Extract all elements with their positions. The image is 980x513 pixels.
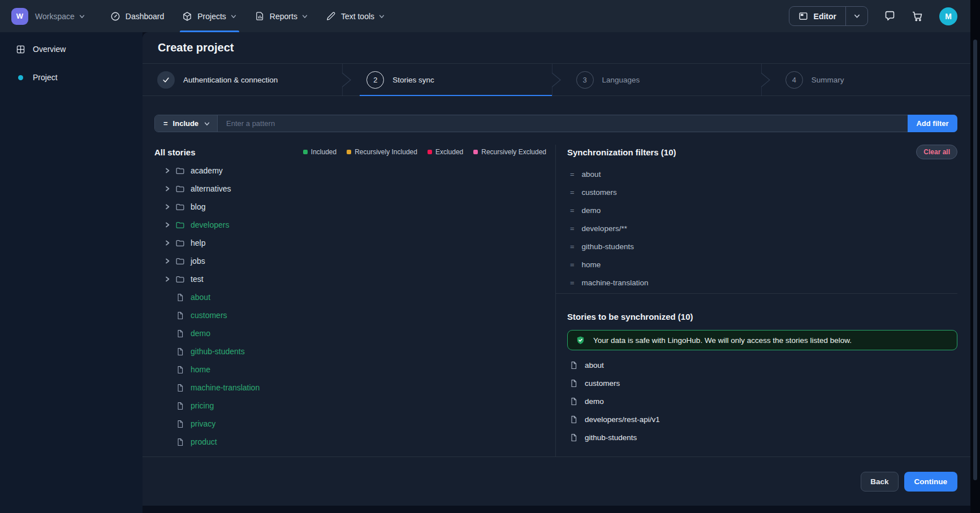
story-item-customers: customers [567, 374, 957, 392]
editor-dropdown-button[interactable] [846, 7, 867, 25]
filter-item-machine-translation[interactable]: =machine-translation [567, 273, 957, 287]
all-stories-header: All stories IncludedRecursively Included… [154, 145, 555, 159]
filter-item-customers[interactable]: =customers [567, 183, 957, 201]
nav-item-projects[interactable]: Projects [182, 0, 237, 32]
back-button[interactable]: Back [861, 472, 898, 492]
tree-item-product[interactable]: product [154, 433, 555, 447]
tree-item-developers[interactable]: developers [154, 216, 555, 234]
workspace-switcher[interactable]: W Workspace [11, 8, 85, 25]
step-label: Authentication & connection [183, 76, 278, 84]
filter-pattern: github-students [582, 242, 634, 251]
cart-icon [912, 10, 923, 22]
sidebar-item-label: Project [33, 73, 58, 82]
cart-button[interactable] [912, 10, 923, 22]
shield-check-icon [576, 336, 585, 345]
file-icon [569, 361, 578, 369]
operator-dropdown[interactable]: = Include [155, 115, 218, 132]
tree-item-label: help [191, 238, 205, 247]
editor-button[interactable]: Editor [789, 7, 846, 25]
story-name: github-students [585, 433, 637, 442]
chevron-right-icon [164, 167, 171, 174]
legend-item-excluded: Excluded [428, 148, 463, 156]
tree-item-pricing[interactable]: pricing [154, 397, 555, 415]
step-label: Stories sync [392, 76, 434, 84]
sync-filters-title: Synchronization filters (10) [567, 147, 676, 157]
legend-swatch [303, 150, 308, 154]
tree-item-home[interactable]: home [154, 360, 555, 379]
workspace-avatar: W [11, 8, 28, 25]
clear-all-button[interactable]: Clear all [916, 145, 957, 159]
equals-operator: = [570, 224, 575, 233]
legend-label: Included [311, 148, 336, 156]
tree-item-machine-translation[interactable]: machine-translation [154, 379, 555, 397]
check-circle-icon [157, 71, 175, 89]
sync-stories-title: Stories to be synchronized (10) [567, 312, 693, 321]
sidebar-item-project[interactable]: Project [0, 67, 143, 88]
nav-item-label: Dashboard [126, 12, 165, 21]
nav-item-text-tools[interactable]: Text tools [326, 0, 385, 32]
tree-item-test[interactable]: test [154, 270, 555, 288]
nav-item-reports[interactable]: Reports [255, 0, 308, 32]
tree-item-blog[interactable]: blog [154, 198, 555, 216]
chat-button[interactable] [884, 10, 896, 22]
filter-item-about[interactable]: =about [567, 165, 957, 183]
folder-icon [175, 202, 185, 212]
continue-button[interactable]: Continue [904, 472, 958, 492]
step-number: 2 [366, 71, 384, 89]
nav-item-dashboard[interactable]: Dashboard [110, 0, 165, 32]
tree-item-about[interactable]: about [154, 288, 555, 306]
tree-item-github-students[interactable]: github-students [154, 342, 555, 360]
story-item-demo: demo [567, 392, 957, 410]
folder-icon [175, 256, 185, 266]
pattern-input[interactable] [218, 115, 957, 132]
tree-item-jobs[interactable]: jobs [154, 252, 555, 270]
file-icon [175, 420, 185, 428]
data-safety-notice: Your data is safe with LingoHub. We will… [567, 330, 957, 350]
equals-operator: = [570, 188, 575, 197]
legend-swatch [428, 150, 432, 154]
file-icon [569, 397, 578, 406]
step-stories-sync[interactable]: 2Stories sync [352, 64, 551, 95]
tree-item-label: alternatives [191, 184, 231, 193]
tree-item-label: about [191, 293, 210, 302]
equals-operator: = [570, 170, 575, 179]
legend-label: Recursively Excluded [481, 148, 546, 156]
story-item-github-students: github-students [567, 428, 957, 446]
chevron-right-icon [164, 258, 171, 264]
file-icon [175, 366, 185, 374]
filter-pattern: developers/** [582, 224, 627, 233]
filter-item-demo[interactable]: =demo [567, 201, 957, 219]
sidebar-item-label: Overview [33, 45, 66, 54]
tree-item-customers[interactable]: customers [154, 306, 555, 324]
tree-item-label: machine-translation [191, 383, 260, 392]
tree-item-help[interactable]: help [154, 234, 555, 252]
add-filter-button[interactable]: Add filter [908, 115, 957, 132]
tree-item-academy[interactable]: academy [154, 162, 555, 180]
step-summary[interactable]: 4Summary [771, 64, 970, 95]
page-scrollbar-thumb[interactable] [973, 40, 977, 480]
step-authentication-connection[interactable]: Authentication & connection [143, 64, 342, 95]
tree-item-alternatives[interactable]: alternatives [154, 180, 555, 198]
pattern-filter-bar: = Include Add filter [154, 115, 957, 132]
chevron-down-icon [204, 120, 210, 127]
tree-item-label: demo [191, 329, 210, 338]
layout-icon [798, 11, 808, 21]
story-item-about: about [567, 356, 957, 374]
story-name: about [585, 361, 604, 369]
file-icon [175, 438, 185, 446]
filter-item-github-students[interactable]: =github-students [567, 237, 957, 255]
filter-item-home[interactable]: =home [567, 255, 957, 273]
gauge-icon [110, 11, 120, 21]
sidebar-item-overview[interactable]: Overview [0, 39, 143, 59]
step-languages[interactable]: 3Languages [562, 64, 761, 95]
filter-item-developers[interactable]: =developers/** [567, 219, 957, 237]
tree-item-privacy[interactable]: privacy [154, 415, 555, 433]
folder-icon [175, 238, 185, 248]
tree-item-label: developers [191, 220, 230, 229]
state-legend: IncludedRecursively IncludedExcludedRecu… [303, 148, 546, 156]
filter-pattern: home [582, 260, 601, 269]
user-avatar[interactable]: M [939, 7, 957, 25]
chevron-down-icon [853, 12, 861, 20]
operator-prefix: = [163, 119, 168, 128]
tree-item-demo[interactable]: demo [154, 324, 555, 342]
